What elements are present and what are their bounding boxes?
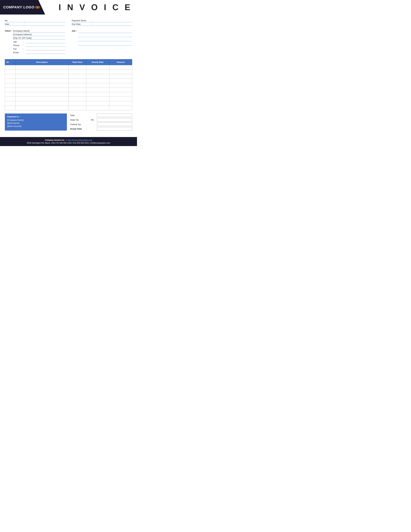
- table-row: [5, 101, 132, 106]
- state-tax-pct: 3%: [91, 119, 96, 121]
- table-cell: [5, 70, 16, 74]
- email-value: [25, 51, 65, 54]
- table-cell: [109, 88, 132, 92]
- email-colon: :: [23, 51, 25, 54]
- payment-bank-account: [Bank Account]: [7, 125, 65, 127]
- attn-value: [25, 40, 65, 43]
- table-cell: [86, 74, 109, 79]
- table-cell: [109, 92, 132, 97]
- info-col-right: Payment Terms : Due Date :: [72, 19, 132, 27]
- job-line3: [78, 38, 132, 41]
- table-cell: [16, 106, 68, 110]
- col-hourly-rate: Hourly Rate: [86, 59, 109, 65]
- payment-terms-value: [93, 19, 132, 22]
- due-date-colon: :: [91, 23, 93, 25]
- table-cell: [86, 65, 109, 70]
- client-block: Client : [Company Name] [Company Address…: [5, 30, 65, 55]
- info-section: No : Date : Payment Terms : Due Date :: [0, 19, 137, 27]
- table-cell: [68, 97, 86, 101]
- table-row: [5, 65, 132, 70]
- date-label: Date: [5, 23, 24, 25]
- due-date-value: [93, 23, 132, 25]
- table-cell: [5, 106, 16, 110]
- job-line2: [78, 34, 132, 37]
- table-cell: [16, 79, 68, 83]
- table-cell: [109, 74, 132, 79]
- no-colon: :: [24, 19, 27, 22]
- footer-address: 8030 Harrington Rd, Miami, USA | Ph 555-…: [3, 142, 134, 144]
- date-colon: :: [24, 23, 27, 25]
- client-company-name: [Company Name]: [13, 30, 65, 33]
- table-row: [5, 106, 132, 110]
- table-cell: [86, 83, 109, 88]
- payment-bank-name: [Bank Name]: [7, 122, 65, 124]
- footer-url: http://freewordtemplates.net/: [68, 139, 92, 141]
- payment-box: Payment to : [Company Name] [Bank Name] …: [5, 114, 67, 131]
- table-cell: [68, 92, 86, 97]
- logo-text: COMPANY LOGO: [3, 5, 34, 9]
- table-cell: [86, 106, 109, 110]
- client-city-state-zip: [City, ST, ZIP Code]: [13, 37, 65, 40]
- info-grid: No : Date : Payment Terms : Due Date :: [5, 19, 132, 27]
- client-label: Client :: [5, 30, 12, 32]
- job-label: Job :: [72, 30, 77, 32]
- total-label: Total: [70, 114, 89, 116]
- table-cell: [68, 83, 86, 88]
- total-row: Total: [70, 114, 132, 117]
- table-cell: [5, 65, 16, 70]
- fax-row: Fax :: [13, 48, 65, 50]
- table-cell: [68, 106, 86, 110]
- table-cell: [109, 83, 132, 88]
- table-header: No Description Total Hour Hourly Rate Am…: [5, 59, 132, 65]
- due-date-row: Due Date :: [72, 23, 132, 26]
- federal-tax-value-box: [97, 123, 132, 126]
- invoice-title: I N V O I C E: [59, 2, 132, 12]
- table-row: [5, 79, 132, 83]
- email-label: Email: [13, 51, 23, 54]
- payment-terms-row: Payment Terms :: [72, 19, 132, 22]
- table-cell: [86, 92, 109, 97]
- table-cell: [86, 101, 109, 106]
- info-col-left: No : Date :: [5, 19, 65, 27]
- svg-point-1: [36, 7, 39, 8]
- job-line1: [78, 30, 132, 33]
- table-cell: [68, 79, 86, 83]
- table-cell: [16, 92, 68, 97]
- date-value: [27, 23, 65, 25]
- table-cell: [16, 88, 68, 92]
- table-cell: [86, 97, 109, 101]
- payment-terms-label: Payment Terms: [72, 19, 91, 22]
- federal-tax-label: Federal Tax: [70, 123, 89, 126]
- table-cell: [5, 83, 16, 88]
- table-cell: [5, 101, 16, 106]
- email-row: Email :: [13, 51, 65, 54]
- fax-label: Fax: [13, 48, 23, 50]
- state-tax-label: State Tax: [70, 119, 89, 121]
- table-body: [5, 65, 132, 110]
- grand-total-label: Grand Total: [70, 128, 89, 130]
- date-row: Date :: [5, 23, 65, 26]
- table-row: [5, 74, 132, 79]
- no-label: No: [5, 19, 24, 22]
- col-amount: Amount: [109, 59, 132, 65]
- table-cell: [5, 92, 16, 97]
- job-block: Job :: [72, 30, 132, 55]
- grand-total-row: Grand Total: [70, 127, 132, 131]
- footer-line1: Company System Inc. | http://freewordtem…: [3, 139, 134, 141]
- table-cell: [16, 101, 68, 106]
- state-tax-value-box: [97, 118, 132, 122]
- payment-terms-colon: :: [91, 19, 93, 22]
- table-cell: [68, 101, 86, 106]
- no-value: [27, 19, 65, 22]
- table-row: [5, 97, 132, 101]
- table-cell: [16, 97, 68, 101]
- no-row: No :: [5, 19, 65, 22]
- table-cell: [5, 97, 16, 101]
- invoice-table-section: No Description Total Hour Hourly Rate Am…: [0, 59, 137, 110]
- table-cell: [68, 74, 86, 79]
- table-cell: [109, 79, 132, 83]
- page-header: COMPANY LOGO I N V O I C E: [0, 0, 137, 15]
- table-header-row: No Description Total Hour Hourly Rate Am…: [5, 59, 132, 65]
- col-description: Description: [16, 59, 68, 65]
- state-tax-row: State Tax 3%: [70, 118, 132, 122]
